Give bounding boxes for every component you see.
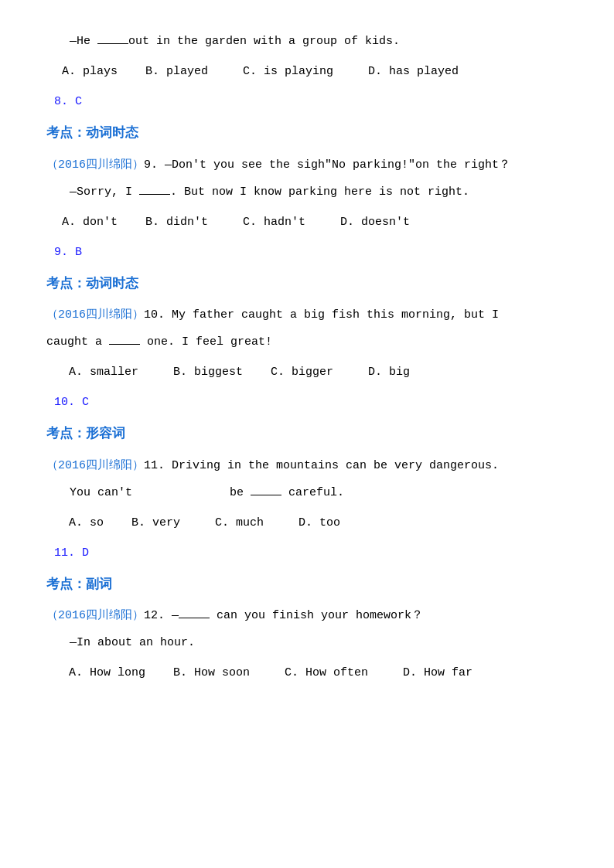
q12-blank: [179, 618, 210, 618]
q11-source-stem: （2016四川绵阳）11. Driving in the mountains c…: [46, 455, 568, 476]
q7-blank: [97, 43, 128, 44]
q11-blank: [251, 495, 281, 495]
q12-source-stem: （2016四川绵阳）12. — can you finish your home…: [46, 605, 568, 626]
q10-source: （2016四川绵阳）: [46, 308, 144, 322]
answer-8-text: 8. C: [46, 91, 568, 112]
q12-reply: —In about an hour.: [46, 632, 568, 653]
question-12: （2016四川绵阳）12. — can you finish your home…: [46, 605, 568, 653]
q11-stem-cont1: You can't be careful.: [46, 482, 568, 503]
answer-10-text: 10. C: [46, 392, 568, 413]
question-9: （2016四川绵阳）9. —Don't you see the sigh"No …: [46, 155, 568, 203]
question-9-options: A. don't B. didn't C. hadn't D. doesn't: [46, 212, 568, 233]
kaodian-8-text: 考点：动词时态: [46, 121, 568, 145]
kaodian-11-text: 考点：副词: [46, 573, 568, 597]
q10-stem-cont: caught a one. I feel great!: [46, 332, 568, 352]
question-10: （2016四川绵阳）10. My father caught a big fis…: [46, 305, 568, 352]
question-11: （2016四川绵阳）11. Driving in the mountains c…: [46, 455, 568, 503]
q10-blank: [109, 344, 140, 345]
q9-source: （2016四川绵阳）: [46, 158, 144, 172]
answer-10: 10. C: [46, 392, 568, 413]
answer-9-text: 9. B: [46, 242, 568, 263]
q9-blank: [139, 194, 170, 195]
answer-8: 8. C: [46, 91, 568, 112]
q12-source: （2016四川绵阳）: [46, 609, 144, 622]
kaodian-10: 考点：形容词: [46, 422, 568, 446]
kaodian-9-text: 考点：动词时态: [46, 272, 568, 296]
answer-11: 11. D: [46, 543, 568, 563]
question-10-options: A. smaller B. biggest C. bigger D. big: [46, 362, 568, 383]
kaodian-8: 考点：动词时态: [46, 121, 568, 145]
q9-second-stem: —Sorry, I . But now I know parking here …: [46, 182, 568, 203]
q7-options-text: A. plays B. played C. is playing D. has …: [46, 61, 568, 82]
question-12-options: A. How long B. How soon C. How often D. …: [46, 662, 568, 683]
question-7-stem: —He out in the garden with a group of ki…: [46, 31, 568, 52]
kaodian-9: 考点：动词时态: [46, 272, 568, 296]
answer-11-text: 11. D: [46, 543, 568, 563]
q10-source-stem: （2016四川绵阳）10. My father caught a big fis…: [46, 305, 568, 325]
answer-9: 9. B: [46, 242, 568, 263]
q11-source: （2016四川绵阳）: [46, 459, 144, 472]
question-7-options: A. plays B. played C. is playing D. has …: [46, 61, 568, 82]
q9-options-text: A. don't B. didn't C. hadn't D. doesn't: [46, 212, 568, 233]
q11-options-text: A. so B. very C. much D. too: [46, 512, 568, 533]
q10-options-text: A. smaller B. biggest C. bigger D. big: [46, 362, 568, 383]
q12-options-text: A. How long B. How soon C. How often D. …: [46, 662, 568, 683]
question-11-options: A. so B. very C. much D. too: [46, 512, 568, 533]
q9-source-stem: （2016四川绵阳）9. —Don't you see the sigh"No …: [46, 155, 568, 175]
kaodian-11: 考点：副词: [46, 573, 568, 597]
q7-stem-text: —He out in the garden with a group of ki…: [46, 31, 568, 52]
kaodian-10-text: 考点：形容词: [46, 422, 568, 446]
